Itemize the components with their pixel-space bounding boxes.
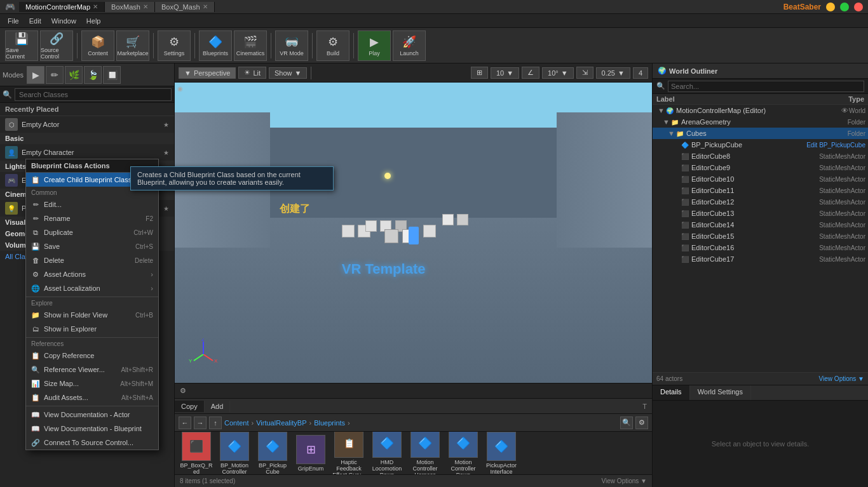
viewport-3d[interactable]: VR Template 创建了 X Y Z ◉	[175, 83, 652, 383]
cb-item-bp-boxq-red[interactable]: ⬛ BP_BoxQ_Red	[180, 432, 213, 474]
angle-snap-btn[interactable]: ∠	[522, 67, 539, 79]
outliner-view-options[interactable]: View Options ▼	[819, 375, 864, 382]
mode-geometry-btn[interactable]: 🔲	[103, 66, 121, 84]
tree-item-cubes[interactable]: ▼ 📁 Cubes Folder	[653, 128, 868, 139]
ctx-item-asset-localization[interactable]: 🌐 Asset Localization ›	[26, 281, 158, 295]
cb-item-gripenum[interactable]: ⊞ GripEnum	[294, 435, 327, 472]
angle-value-btn[interactable]: 10° ▼	[542, 67, 574, 79]
cb-item-bp-pickup-cube[interactable]: 🔷 BP_Pickup Cube	[256, 432, 289, 474]
maximize-btn[interactable]	[840, 3, 849, 11]
tree-item-map[interactable]: ▼ 🌍 MotionControllerMap (Editor) 👁 World	[653, 105, 868, 116]
tree-item-editorcube17[interactable]: ⬛ EditorCube17 StaticMeshActor	[653, 253, 868, 265]
cb-search-btn[interactable]: 🔍	[620, 417, 633, 429]
ctx-item-edit[interactable]: ✏ Edit...	[26, 197, 158, 211]
ctx-item-view-doc-blueprint[interactable]: 📖 View Documentation - Blueprint	[26, 422, 158, 436]
toolbar-launch-btn[interactable]: 🚀 Launch	[393, 30, 426, 61]
search-classes-input[interactable]	[15, 88, 172, 101]
mode-paint-btn[interactable]: ✏	[46, 66, 64, 84]
toolbar-source-control-btn[interactable]: 🔗 Source Control	[40, 30, 73, 61]
cb-path-virtualrealitybp[interactable]: VirtualRealityBP	[256, 419, 306, 427]
cb-up-btn[interactable]: ↑	[209, 417, 222, 429]
cb-path-blueprints[interactable]: Blueprints	[314, 419, 345, 427]
scale-value-btn[interactable]: 0.25 ▼	[596, 67, 630, 79]
tree-item-editorcube8[interactable]: ⬛ EditorCube8 StaticMeshActor	[653, 150, 868, 162]
cb-item-motion-harness[interactable]: 🔷 Motion Controller Harness	[409, 432, 442, 474]
tree-item-editorcube9[interactable]: ⬛ EditorCube9 StaticMeshActor	[653, 162, 868, 173]
menu-help[interactable]: Help	[81, 16, 106, 26]
mode-landscape-btn[interactable]: 🌿	[65, 66, 83, 84]
tab-close-btn[interactable]: ✕	[143, 3, 148, 10]
cb-item-motion-pawn[interactable]: 🔷 Motion Controller Pawn	[447, 432, 480, 474]
tree-item-editorcube16[interactable]: ⬛ EditorCube16 StaticMeshActor	[653, 242, 868, 253]
lit-btn[interactable]: ☀ Lit	[238, 67, 266, 79]
grid-value-btn[interactable]: 10 ▼	[491, 67, 519, 79]
toolbar-vr-mode-btn[interactable]: 🥽 VR Mode	[275, 30, 308, 61]
ctx-item-delete[interactable]: 🗑 Delete Delete	[26, 253, 158, 267]
show-label: Show	[275, 69, 292, 77]
cb-tab-add[interactable]: Add	[205, 401, 231, 412]
menu-window[interactable]: Window	[46, 16, 81, 26]
menu-file[interactable]: File	[3, 16, 24, 26]
toolbar-content-btn[interactable]: 📦 Content	[81, 30, 114, 61]
close-btn[interactable]	[854, 3, 863, 11]
ctx-item-duplicate[interactable]: ⧉ Duplicate Ctrl+W	[26, 225, 158, 239]
perspective-btn[interactable]: ▼ Perspective	[179, 67, 236, 79]
mode-place-btn[interactable]: ▶	[27, 66, 44, 84]
tab-close-btn[interactable]: ✕	[93, 3, 98, 10]
level-value-btn[interactable]: 4	[633, 67, 648, 79]
cb-item-haptic[interactable]: 📋 Haptic Feedback Effect Gurv...	[332, 432, 365, 474]
ctx-item-reference-viewer[interactable]: 🔍 Reference Viewer... Alt+Shift+R	[26, 363, 158, 377]
details-tab-details[interactable]: Details	[653, 385, 690, 400]
ctx-item-show-folder[interactable]: 📁 Show in Folder View Ctrl+B	[26, 308, 158, 322]
toolbar-save-btn[interactable]: 💾 Save Current	[5, 30, 38, 61]
ctx-item-copy-reference[interactable]: 📋 Copy Reference	[26, 349, 158, 363]
copy-reference-icon: 📋	[31, 351, 40, 360]
tree-item-editorcube13[interactable]: ⬛ EditorCube13 StaticMeshActor	[653, 208, 868, 219]
cb-path-content[interactable]: Content	[224, 419, 249, 427]
details-tab-world-settings[interactable]: World Settings	[690, 385, 751, 400]
tree-item-editorcube15[interactable]: ⬛ EditorCube15 StaticMeshActor	[653, 230, 868, 242]
toolbar-play-btn[interactable]: ▶ Play	[358, 30, 391, 61]
cb-settings-btn[interactable]: ⚙	[635, 417, 648, 429]
cb-view-options[interactable]: View Options ▼	[602, 477, 647, 484]
toolbar-cinematics-btn[interactable]: 🎬 Cinematics	[234, 30, 267, 61]
outliner-search-input[interactable]	[668, 81, 864, 92]
tree-item-editorcube14[interactable]: ⬛ EditorCube14 StaticMeshActor	[653, 219, 868, 230]
tree-item-editorcube11[interactable]: ⬛ EditorCube11 StaticMeshActor	[653, 185, 868, 196]
cb-item-pickupactor[interactable]: 🔷 PickupActor Interface	[485, 432, 518, 474]
tab-boxq-mash[interactable]: BoxQ_Mash ✕	[155, 2, 215, 12]
ctx-item-view-doc-actor[interactable]: 📖 View Documentation - Actor	[26, 408, 158, 422]
minimize-btn[interactable]	[826, 3, 835, 11]
cb-back-btn[interactable]: ←	[179, 417, 191, 429]
scale-snap-btn[interactable]: ⇲	[576, 67, 593, 79]
ctx-item-show-explorer[interactable]: 🗂 Show in Explorer	[26, 322, 158, 336]
class-item-empty-actor[interactable]: ⬡ Empty Actor ★	[0, 116, 174, 133]
tab-motion-controller-map[interactable]: MotionControllerMap ✕	[19, 2, 105, 12]
tree-item-editorcube12[interactable]: ⬛ EditorCube12 StaticMeshActor	[653, 196, 868, 208]
tab-close-btn[interactable]: ✕	[203, 3, 208, 10]
tab-boxmash[interactable]: BoxMash ✕	[105, 2, 155, 12]
toolbar-blueprints-btn[interactable]: 🔷 Blueprints	[199, 30, 232, 61]
duplicate-icon: ⧉	[31, 228, 40, 237]
cb-item-bp-motion-controller[interactable]: 🔷 BP_Motion Controller	[218, 432, 251, 474]
ctx-item-save[interactable]: 💾 Save Ctrl+S	[26, 239, 158, 253]
toolbar-settings-btn[interactable]: ⚙ Settings	[158, 30, 191, 61]
cb-item-hmd-locomotion[interactable]: 🔷 HMD Locomotion Pawn	[370, 432, 403, 474]
menu-edit[interactable]: Edit	[24, 16, 46, 26]
cb-forward-btn[interactable]: →	[194, 417, 207, 429]
ctx-item-asset-actions[interactable]: ⚙ Asset Actions ›	[26, 267, 158, 281]
ctx-item-rename[interactable]: ✏ Rename F2	[26, 211, 158, 225]
ctx-item-connect-source-control[interactable]: 🔗 Connect To Source Control...	[26, 436, 158, 450]
ctx-item-audit-assets[interactable]: 📋 Audit Assets... Alt+Shift+A	[26, 390, 158, 404]
tree-item-bp-pickupcube[interactable]: 🔷 BP_PickupCube Edit BP_PickupCube	[653, 139, 868, 150]
show-btn[interactable]: Show ▼	[269, 67, 307, 79]
tree-item-editorcube10[interactable]: ⬛ EditorCube10 StaticMeshActor	[653, 173, 868, 185]
ctx-item-size-map[interactable]: 📊 Size Map... Alt+Shift+M	[26, 377, 158, 390]
tree-item-arena[interactable]: ▼ 📁 ArenaGeometry Folder	[653, 116, 868, 128]
toolbar-build-btn[interactable]: ⚙ Build	[316, 30, 349, 61]
cb-tab-copy[interactable]: Copy	[175, 401, 205, 412]
grid-snap-btn[interactable]: ⊞	[471, 67, 488, 79]
outliner-icon: 🌍	[658, 67, 667, 75]
mode-foliage-btn[interactable]: 🍃	[84, 66, 102, 84]
toolbar-marketplace-btn[interactable]: 🛒 Marketplace	[116, 30, 149, 61]
